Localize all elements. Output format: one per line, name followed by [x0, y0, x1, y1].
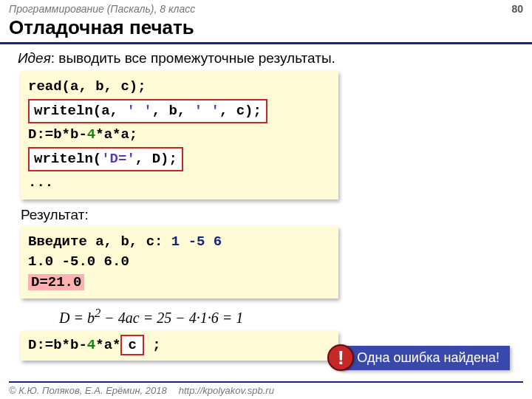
callout: ! Одна ошибка найдена!	[327, 344, 510, 371]
copyright: © К.Ю. Поляков, Е.А. Ерёмин, 2018	[9, 385, 167, 396]
footer-url: http://kpolyakov.spb.ru	[179, 385, 274, 396]
debug-writeln-2: writeln('D=', D);	[28, 147, 183, 172]
output-error-line: D=21.0	[28, 273, 331, 293]
callout-text: Одна ошибка найдена!	[341, 346, 510, 370]
output-line: Введите a, b, c: 1 -5 6	[28, 232, 331, 253]
code-block-fix: D:=b*b-4*a*c ;	[21, 331, 338, 361]
idea-line: Идея: выводить все промежуточные результ…	[0, 50, 532, 66]
idea-text: : выводить все промежуточные результаты.	[51, 50, 335, 66]
formula: D = b2 − 4ac = 25 − 4·1·6 = 1	[59, 306, 473, 327]
header: Программирование (Паскаль), 8 класс 80	[0, 0, 532, 16]
output-block: Введите a, b, c: 1 -5 6 1.0 -5.0 6.0 D=2…	[21, 226, 338, 299]
code-line: ...	[28, 173, 331, 194]
footer: © К.Ю. Поляков, Е.А. Ерёмин, 2018 http:/…	[9, 381, 523, 396]
page-number: 80	[511, 3, 523, 15]
code-line: D:=b*b-4*a*a;	[28, 125, 331, 146]
page-title: Отладочная печать	[0, 16, 532, 44]
debug-writeln-1: writeln(a, ' ', b, ' ', c);	[28, 99, 267, 124]
course-label: Программирование (Паскаль), 8 класс	[9, 3, 195, 15]
output-line: 1.0 -5.0 6.0	[28, 252, 331, 273]
result-label: Результат:	[0, 207, 532, 223]
fixed-char: c	[120, 335, 143, 355]
idea-label: Идея	[18, 50, 51, 66]
code-block-1: read(a, b, c); writeln(a, ' ', b, ' ', c…	[21, 71, 338, 200]
code-line: read(a, b, c);	[28, 77, 331, 98]
